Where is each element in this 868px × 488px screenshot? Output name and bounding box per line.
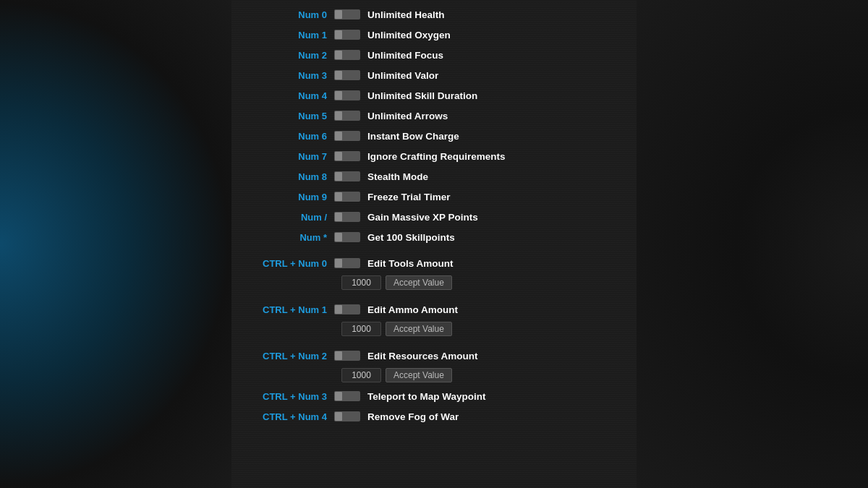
cheat-row: Num /Gain Massive XP Points: [231, 207, 637, 227]
toggle-switch[interactable]: [334, 304, 360, 314]
value-input[interactable]: [341, 275, 381, 290]
key-label: Num 7: [240, 151, 334, 162]
key-label: Num 0: [240, 9, 334, 20]
key-label: Num *: [240, 232, 334, 243]
input-row: Accept Value: [231, 273, 637, 294]
toggle-switch[interactable]: [334, 258, 360, 268]
cheat-row: Num 3Unlimited Valor: [231, 65, 637, 85]
cheat-row: Num 1Unlimited Oxygen: [231, 25, 637, 45]
key-label: CTRL + Num 3: [240, 391, 334, 402]
cheat-row: Num 9Freeze Trial Timer: [231, 187, 637, 207]
cheat-label: Gain Massive XP Points: [367, 212, 628, 223]
cheat-label: Remove Fog of War: [367, 411, 628, 422]
cheat-row: Num 4Unlimited Skill Duration: [231, 85, 637, 106]
cheat-label: Edit Ammo Amount: [367, 304, 628, 315]
background-right: [637, 0, 868, 488]
cheat-row: Num 7Ignore Crafting Requirements: [231, 146, 637, 166]
toggle-switch[interactable]: [334, 131, 360, 141]
accept-value-button[interactable]: Accept Value: [386, 275, 452, 290]
toggle-switch[interactable]: [334, 411, 360, 421]
cheat-label: Teleport to Map Waypoint: [367, 391, 628, 402]
background-left: [0, 0, 231, 488]
toggle-switch[interactable]: [334, 212, 360, 222]
key-label: CTRL + Num 1: [240, 304, 334, 315]
cheat-label: Instant Bow Charge: [367, 131, 628, 142]
value-input[interactable]: [341, 322, 381, 336]
toggle-switch[interactable]: [334, 30, 360, 40]
key-label: Num 2: [240, 50, 334, 61]
cheat-panel: Num 0Unlimited HealthNum 1Unlimited Oxyg…: [231, 0, 637, 488]
cheat-label: Unlimited Valor: [367, 70, 628, 81]
toggle-switch[interactable]: [334, 171, 360, 181]
cheat-row: Num *Get 100 Skillpoints: [231, 227, 637, 247]
cheat-row: CTRL + Num 4Remove Fog of War: [231, 406, 637, 427]
cheat-label: Unlimited Health: [367, 9, 628, 20]
key-label: Num 1: [240, 30, 334, 40]
input-row: Accept Value: [231, 366, 637, 386]
key-label: CTRL + Num 4: [240, 411, 334, 422]
toggle-switch[interactable]: [334, 111, 360, 121]
cheat-label: Unlimited Oxygen: [367, 30, 628, 40]
key-label: Num 6: [240, 131, 334, 142]
toggle-switch[interactable]: [334, 232, 360, 242]
key-label: Num /: [240, 212, 334, 223]
cheat-label: Stealth Mode: [367, 171, 628, 182]
cheat-row: CTRL + Num 3Teleport to Map Waypoint: [231, 386, 637, 406]
cheat-row: CTRL + Num 2Edit Resources Amount: [231, 346, 637, 366]
cheat-row: Num 2Unlimited Focus: [231, 45, 637, 65]
cheat-row: Num 6Instant Bow Charge: [231, 126, 637, 146]
cheat-label: Unlimited Focus: [367, 50, 628, 61]
key-label: Num 4: [240, 90, 334, 101]
cheat-row: Num 0Unlimited Health: [231, 4, 637, 25]
cheat-row: Num 8Stealth Mode: [231, 166, 637, 187]
toggle-switch[interactable]: [334, 391, 360, 401]
cheat-label: Unlimited Arrows: [367, 111, 628, 121]
cheat-label: Ignore Crafting Requirements: [367, 151, 628, 162]
toggle-switch[interactable]: [334, 70, 360, 80]
key-label: Num 9: [240, 192, 334, 202]
key-label: Num 5: [240, 111, 334, 121]
cheat-label: Unlimited Skill Duration: [367, 90, 628, 101]
key-label: Num 3: [240, 70, 334, 81]
cheat-label: Edit Resources Amount: [367, 351, 628, 361]
cheat-row: Num 5Unlimited Arrows: [231, 106, 637, 126]
toggle-switch[interactable]: [334, 351, 360, 361]
cheat-label: Edit Tools Amount: [367, 258, 628, 269]
cheat-label: Freeze Trial Timer: [367, 192, 628, 202]
accept-value-button[interactable]: Accept Value: [386, 322, 452, 336]
toggle-switch[interactable]: [334, 90, 360, 100]
key-label: CTRL + Num 0: [240, 258, 334, 269]
cheat-label: Get 100 Skillpoints: [367, 232, 628, 243]
key-label: Num 8: [240, 171, 334, 182]
key-label: CTRL + Num 2: [240, 351, 334, 361]
toggle-switch[interactable]: [334, 192, 360, 202]
accept-value-button[interactable]: Accept Value: [386, 368, 452, 382]
toggle-switch[interactable]: [334, 50, 360, 60]
input-row: Accept Value: [231, 320, 637, 340]
value-input[interactable]: [341, 368, 381, 382]
cheat-row: CTRL + Num 1Edit Ammo Amount: [231, 299, 637, 320]
cheat-row: CTRL + Num 0Edit Tools Amount: [231, 253, 637, 273]
toggle-switch[interactable]: [334, 9, 360, 20]
toggle-switch[interactable]: [334, 151, 360, 161]
